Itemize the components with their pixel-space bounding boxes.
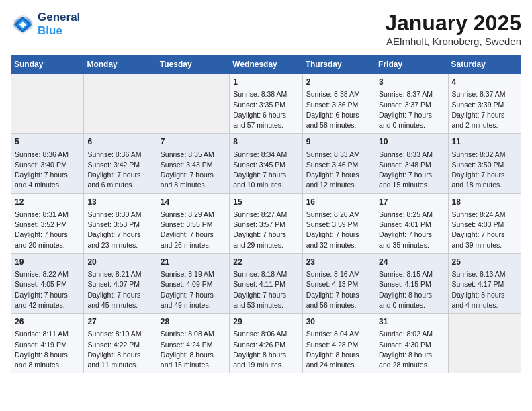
day-info: Sunrise: 8:02 AM Sunset: 4:30 PM Dayligh…	[379, 329, 444, 370]
calendar-cell: 19Sunrise: 8:22 AM Sunset: 4:05 PM Dayli…	[11, 253, 84, 313]
calendar-cell: 25Sunrise: 8:13 AM Sunset: 4:17 PM Dayli…	[448, 253, 521, 313]
col-header-saturday: Saturday	[448, 56, 521, 74]
day-number: 1	[233, 77, 298, 88]
logo: General Blue	[11, 11, 80, 38]
day-number: 8	[233, 136, 298, 148]
day-number: 16	[306, 197, 371, 208]
day-info: Sunrise: 8:10 AM Sunset: 4:22 PM Dayligh…	[87, 329, 152, 370]
calendar-cell: 15Sunrise: 8:27 AM Sunset: 3:57 PM Dayli…	[230, 193, 302, 253]
day-number: 17	[379, 197, 444, 208]
calendar-cell: 28Sunrise: 8:08 AM Sunset: 4:24 PM Dayli…	[157, 314, 229, 373]
day-info: Sunrise: 8:37 AM Sunset: 3:39 PM Dayligh…	[452, 89, 517, 130]
day-number: 2	[306, 77, 371, 88]
logo-icon	[11, 12, 35, 36]
day-number: 3	[379, 77, 444, 88]
day-info: Sunrise: 8:18 AM Sunset: 4:11 PM Dayligh…	[233, 269, 298, 310]
day-number: 25	[452, 257, 517, 268]
calendar-cell: 27Sunrise: 8:10 AM Sunset: 4:22 PM Dayli…	[84, 314, 157, 373]
day-number: 12	[15, 197, 80, 208]
calendar-cell: 16Sunrise: 8:26 AM Sunset: 3:59 PM Dayli…	[302, 193, 375, 253]
day-info: Sunrise: 8:32 AM Sunset: 3:50 PM Dayligh…	[452, 150, 517, 191]
day-info: Sunrise: 8:27 AM Sunset: 3:57 PM Dayligh…	[233, 210, 298, 250]
calendar-cell	[157, 74, 229, 134]
day-info: Sunrise: 8:26 AM Sunset: 3:59 PM Dayligh…	[306, 210, 371, 250]
day-info: Sunrise: 8:16 AM Sunset: 4:13 PM Dayligh…	[306, 269, 371, 310]
day-info: Sunrise: 8:22 AM Sunset: 4:05 PM Dayligh…	[15, 269, 80, 310]
day-info: Sunrise: 8:38 AM Sunset: 3:36 PM Dayligh…	[306, 89, 371, 130]
day-info: Sunrise: 8:25 AM Sunset: 4:01 PM Dayligh…	[379, 210, 444, 250]
day-info: Sunrise: 8:36 AM Sunset: 3:42 PM Dayligh…	[87, 150, 152, 191]
col-header-sunday: Sunday	[11, 56, 84, 74]
day-info: Sunrise: 8:37 AM Sunset: 3:37 PM Dayligh…	[379, 89, 444, 130]
calendar-title: January 2025	[385, 11, 521, 36]
day-info: Sunrise: 8:24 AM Sunset: 4:03 PM Dayligh…	[452, 210, 517, 250]
day-info: Sunrise: 8:15 AM Sunset: 4:15 PM Dayligh…	[379, 269, 444, 310]
calendar-cell: 2Sunrise: 8:38 AM Sunset: 3:36 PM Daylig…	[302, 74, 375, 134]
col-header-monday: Monday	[84, 56, 157, 74]
day-info: Sunrise: 8:08 AM Sunset: 4:24 PM Dayligh…	[161, 329, 226, 370]
day-number: 15	[233, 197, 298, 208]
calendar-table: SundayMondayTuesdayWednesdayThursdayFrid…	[11, 55, 521, 373]
calendar-cell: 4Sunrise: 8:37 AM Sunset: 3:39 PM Daylig…	[448, 74, 521, 134]
day-number: 26	[15, 316, 80, 328]
calendar-cell: 1Sunrise: 8:38 AM Sunset: 3:35 PM Daylig…	[230, 74, 302, 134]
day-number: 24	[379, 257, 444, 268]
calendar-cell: 8Sunrise: 8:34 AM Sunset: 3:45 PM Daylig…	[230, 134, 302, 193]
day-info: Sunrise: 8:33 AM Sunset: 3:48 PM Dayligh…	[379, 150, 444, 191]
calendar-cell: 6Sunrise: 8:36 AM Sunset: 3:42 PM Daylig…	[84, 134, 157, 193]
day-number: 4	[452, 77, 517, 88]
calendar-cell: 22Sunrise: 8:18 AM Sunset: 4:11 PM Dayli…	[230, 253, 302, 313]
day-number: 6	[87, 136, 152, 148]
calendar-cell: 20Sunrise: 8:21 AM Sunset: 4:07 PM Dayli…	[84, 253, 157, 313]
calendar-cell: 3Sunrise: 8:37 AM Sunset: 3:37 PM Daylig…	[375, 74, 448, 134]
day-number: 22	[233, 257, 298, 268]
day-number: 30	[306, 316, 371, 328]
col-header-wednesday: Wednesday	[230, 56, 302, 74]
calendar-subtitle: AElmhult, Kronoberg, Sweden	[385, 36, 521, 47]
col-header-thursday: Thursday	[302, 56, 375, 74]
day-number: 19	[15, 257, 80, 268]
col-header-tuesday: Tuesday	[157, 56, 229, 74]
calendar-cell: 5Sunrise: 8:36 AM Sunset: 3:40 PM Daylig…	[11, 134, 84, 193]
day-number: 14	[161, 197, 226, 208]
calendar-cell: 11Sunrise: 8:32 AM Sunset: 3:50 PM Dayli…	[448, 134, 521, 193]
day-number: 28	[161, 316, 226, 328]
day-number: 9	[306, 136, 371, 148]
day-info: Sunrise: 8:34 AM Sunset: 3:45 PM Dayligh…	[233, 150, 298, 191]
day-number: 23	[306, 257, 371, 268]
day-info: Sunrise: 8:33 AM Sunset: 3:46 PM Dayligh…	[306, 150, 371, 191]
day-number: 7	[161, 136, 226, 148]
calendar-cell: 18Sunrise: 8:24 AM Sunset: 4:03 PM Dayli…	[448, 193, 521, 253]
calendar-cell: 29Sunrise: 8:06 AM Sunset: 4:26 PM Dayli…	[230, 314, 302, 373]
day-info: Sunrise: 8:13 AM Sunset: 4:17 PM Dayligh…	[452, 269, 517, 310]
col-header-friday: Friday	[375, 56, 448, 74]
day-number: 31	[379, 316, 444, 328]
day-info: Sunrise: 8:21 AM Sunset: 4:07 PM Dayligh…	[87, 269, 152, 310]
calendar-cell: 14Sunrise: 8:29 AM Sunset: 3:55 PM Dayli…	[157, 193, 229, 253]
calendar-cell: 30Sunrise: 8:04 AM Sunset: 4:28 PM Dayli…	[302, 314, 375, 373]
calendar-cell: 31Sunrise: 8:02 AM Sunset: 4:30 PM Dayli…	[375, 314, 448, 373]
calendar-cell: 26Sunrise: 8:11 AM Sunset: 4:19 PM Dayli…	[11, 314, 84, 373]
day-info: Sunrise: 8:36 AM Sunset: 3:40 PM Dayligh…	[15, 150, 80, 191]
day-number: 27	[87, 316, 152, 328]
day-number: 13	[87, 197, 152, 208]
calendar-cell	[11, 74, 84, 134]
day-info: Sunrise: 8:06 AM Sunset: 4:26 PM Dayligh…	[233, 329, 298, 370]
day-number: 10	[379, 136, 444, 148]
calendar-cell	[448, 314, 521, 373]
day-info: Sunrise: 8:04 AM Sunset: 4:28 PM Dayligh…	[306, 329, 371, 370]
logo-text: General Blue	[38, 11, 80, 38]
day-info: Sunrise: 8:31 AM Sunset: 3:52 PM Dayligh…	[15, 210, 80, 250]
day-number: 29	[233, 316, 298, 328]
day-number: 20	[87, 257, 152, 268]
calendar-cell: 21Sunrise: 8:19 AM Sunset: 4:09 PM Dayli…	[157, 253, 229, 313]
day-info: Sunrise: 8:35 AM Sunset: 3:43 PM Dayligh…	[161, 150, 226, 191]
calendar-cell	[84, 74, 157, 134]
day-info: Sunrise: 8:19 AM Sunset: 4:09 PM Dayligh…	[161, 269, 226, 310]
day-number: 21	[161, 257, 226, 268]
calendar-cell: 23Sunrise: 8:16 AM Sunset: 4:13 PM Dayli…	[302, 253, 375, 313]
day-info: Sunrise: 8:11 AM Sunset: 4:19 PM Dayligh…	[15, 329, 80, 370]
calendar-cell: 17Sunrise: 8:25 AM Sunset: 4:01 PM Dayli…	[375, 193, 448, 253]
calendar-cell: 10Sunrise: 8:33 AM Sunset: 3:48 PM Dayli…	[375, 134, 448, 193]
page-header: General Blue January 2025 AElmhult, Kron…	[11, 11, 521, 47]
